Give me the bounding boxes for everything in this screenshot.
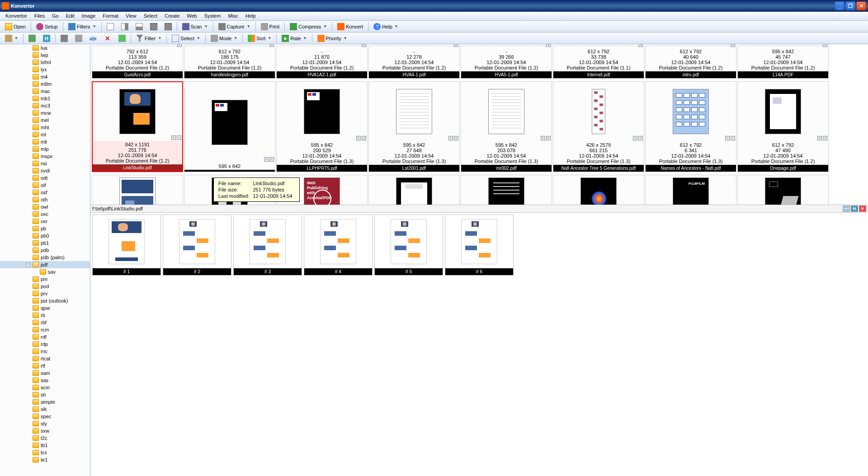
tree-item-mht[interactable]: mht — [0, 124, 90, 131]
tool-d[interactable] — [57, 33, 71, 43]
thumbnail-handleidingpro.pdf[interactable]: ▫612 x 792188 17512-01-2009 14:54Portabl… — [184, 46, 275, 79]
thumbnail-intro.pdf[interactable]: ▫612 x 79240 64012-01-2009 14:54Portable… — [645, 46, 736, 79]
tree-item-oif[interactable]: oif — [0, 182, 90, 189]
thumbnail-Onepage.pdf[interactable]: ▫▫612 x 79247 49012-01-2009 14:54Portabl… — [737, 81, 829, 172]
tree-item-oxr[interactable]: oxr — [0, 218, 90, 225]
thumbnail-HVA4-1.pdf[interactable]: ▫-12 27812-01-2009 14:54Portable Documen… — [368, 46, 460, 79]
open-button[interactable]: Open — [2, 22, 29, 32]
menu-format[interactable]: Format — [99, 12, 122, 20]
tree-item-sas[interactable]: sas — [0, 377, 90, 384]
tree-item-scm[interactable]: scm — [0, 384, 90, 391]
tree-item-rnc[interactable]: rnc — [0, 348, 90, 355]
tool-c[interactable]: H — [40, 33, 53, 43]
thumbnail-HVA1A2-1.pdf[interactable]: ▫-11 87012-01-2009 14:54Portable Documen… — [276, 46, 368, 79]
tree-item-rcm[interactable]: rcm — [0, 326, 90, 333]
tree-item-rdp[interactable]: rdp — [0, 341, 90, 348]
print-button[interactable]: Print — [258, 22, 283, 32]
page-thumb-6[interactable]: # 6 — [445, 215, 514, 275]
mode-button[interactable]: Mode▼ — [208, 33, 241, 43]
page-thumb-4[interactable]: # 4 — [304, 215, 373, 275]
tool-b[interactable] — [25, 33, 39, 43]
thumbnail-row3-6[interactable]: FUJIFILM — [645, 175, 736, 205]
layout2-button[interactable] — [118, 22, 132, 32]
folder-tree[interactable]: lualwplxfmllyxm4m8mmacmb1mc3mcwmelmhtmlm… — [0, 44, 90, 476]
tree-item-pdb[interactable]: pdb — [0, 247, 90, 254]
tree-item-spec[interactable]: spec — [0, 413, 90, 420]
pb-close-button[interactable]: ✕ — [859, 205, 866, 212]
tree-item-qpw[interactable]: qpw — [0, 304, 90, 312]
tree-item-mb1[interactable]: mb1 — [0, 95, 90, 102]
setup-button[interactable]: Setup — [33, 22, 61, 32]
tree-item-m8m[interactable]: m8m — [0, 80, 90, 88]
page-thumb-5[interactable]: # 5 — [374, 215, 443, 275]
tree-item-rdf[interactable]: rdf — [0, 333, 90, 341]
tree-item-osf[interactable]: osf — [0, 189, 90, 196]
thumbnail-row3-7[interactable] — [737, 175, 829, 205]
tree-item-rb[interactable]: rb — [0, 312, 90, 319]
menu-web[interactable]: Web — [183, 12, 200, 20]
restore-button[interactable]: ❐ — [845, 1, 855, 10]
scan-button[interactable]: Scan▼ — [179, 22, 211, 32]
menu-select[interactable]: Select — [140, 12, 161, 20]
konvert-button[interactable]: Konvert — [334, 22, 366, 32]
menu-edit[interactable]: Edit — [62, 12, 78, 20]
tree-item-te1[interactable]: te1 — [0, 456, 90, 463]
thumbnail-row3-0[interactable] — [92, 175, 183, 205]
tree-item-oth[interactable]: oth — [0, 196, 90, 203]
thumbnail-row3-5[interactable] — [553, 175, 644, 205]
help-button[interactable]: ?Help▼ — [370, 22, 401, 32]
thumbnail-mr002.pdf[interactable]: ▫▫595 x 842203 07812-01-2009 14:54Portab… — [461, 81, 552, 172]
thumbnail-LinkStudio.pdf[interactable]: ▫▫842 x 1191251 77612-01-2009 14:54Porta… — [92, 81, 183, 172]
tree-item-prv[interactable]: prv — [0, 290, 90, 297]
menu-go[interactable]: Go — [48, 12, 62, 20]
menu-system[interactable]: System — [201, 12, 225, 20]
tree-item-tcx[interactable]: tcx — [0, 449, 90, 456]
thumbnail-Names of Ancestors - Nafi.pdf[interactable]: ▫▫612 x 7926 34112-01-2009 14:54Portable… — [645, 81, 736, 172]
compress-button[interactable]: Compress▼ — [287, 22, 330, 32]
delete-button[interactable]: ✕ — [101, 33, 114, 43]
tree-item-rtcat[interactable]: rtcat — [0, 355, 90, 362]
close-button[interactable]: ✕ — [856, 1, 866, 10]
tree-item-rbf[interactable]: rbf — [0, 319, 90, 326]
tree-item-lyx[interactable]: lyx — [0, 66, 90, 73]
tree-item-lxfml[interactable]: lxfml — [0, 59, 90, 66]
tree-item-t2c[interactable]: t2c — [0, 434, 90, 442]
menu-view[interactable]: View — [122, 12, 140, 20]
tree-item-pb[interactable]: pb — [0, 225, 90, 232]
tree-item-odt[interactable]: odt — [0, 174, 90, 182]
tree-item-oxc[interactable]: oxc — [0, 210, 90, 218]
menu-help[interactable]: Help — [242, 12, 259, 20]
layout4-button[interactable] — [147, 22, 160, 32]
tree-item-ml[interactable]: ml — [0, 131, 90, 138]
pb-h-button[interactable]: H — [851, 205, 858, 212]
tree-item-rtf[interactable]: rtf — [0, 362, 90, 369]
tree-item-nsi[interactable]: nsi — [0, 160, 90, 167]
tree-item-owl[interactable]: owl — [0, 203, 90, 210]
tree-item-sav[interactable]: sav — [0, 268, 90, 275]
tree-item-pb0[interactable]: pb0 — [0, 232, 90, 239]
tree-item-lwp[interactable]: lwp — [0, 51, 90, 59]
thumbnail-row3-4[interactable] — [461, 175, 552, 205]
tool-g[interactable] — [115, 33, 129, 43]
pb-zoom-button[interactable]: ⛶ — [843, 205, 850, 212]
thumbnail-HVA5-1.pdf[interactable]: ▫-39 26612-01-2009 14:54Portable Documen… — [461, 46, 552, 79]
tree-item-mcw[interactable]: mcw — [0, 109, 90, 117]
tree-item-mspx[interactable]: mspx — [0, 153, 90, 160]
layout3-button[interactable] — [132, 22, 146, 32]
tree-item-slk[interactable]: slk — [0, 406, 90, 413]
tree-item-mc3[interactable]: mc3 — [0, 102, 90, 109]
tree-item-pm[interactable]: pm — [0, 275, 90, 283]
tree-item-pb1[interactable]: pb1 — [0, 239, 90, 247]
tree-item-sxw[interactable]: sxw — [0, 427, 90, 434]
thumbnail-panel[interactable]: ▫792 x 612113 35912-01-2009 14:54Portabl… — [90, 44, 868, 205]
thumbnail-Lst2001.pdf[interactable]: ▫▫595 x 84227 64812-01-2009 14:54Portabl… — [368, 81, 460, 172]
menu-konvertor[interactable]: Konvertor — [2, 12, 31, 20]
thumbnail-Nafi Ancestor Tree 5 Generations.pdf[interactable]: ▫▫426 x 2579661 21512-01-2009 14:54Porta… — [553, 81, 644, 172]
tree-item-pdb--palm-[interactable]: pdb (palm) — [0, 254, 90, 261]
menu-files[interactable]: Files — [31, 12, 48, 20]
tree-item-pod[interactable]: pod — [0, 283, 90, 290]
tree-item-simple[interactable]: simple — [0, 398, 90, 406]
tree-item-mlp[interactable]: mlp — [0, 145, 90, 153]
tree-item-pdf[interactable]: −pdf — [0, 261, 90, 268]
tree-toggle[interactable]: − — [26, 263, 30, 267]
